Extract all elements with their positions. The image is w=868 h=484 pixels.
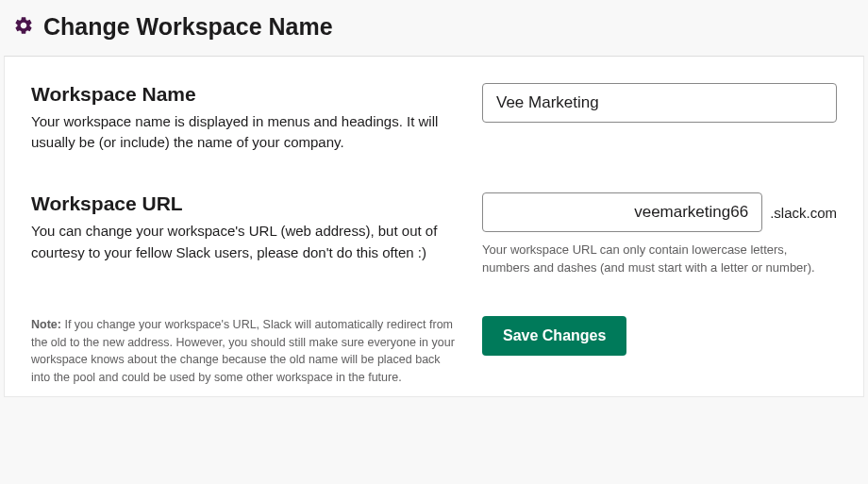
footer-left: Note: If you change your workspace's URL… — [31, 316, 456, 387]
footer-row: Note: If you change your workspace's URL… — [31, 316, 837, 387]
workspace-url-heading: Workspace URL — [31, 192, 456, 215]
note-label: Note: — [31, 318, 61, 331]
note-body: If you change your workspace's URL, Slac… — [31, 318, 455, 384]
save-changes-button[interactable]: Save Changes — [482, 316, 626, 356]
url-suffix: .slack.com — [770, 205, 837, 221]
workspace-name-right — [482, 83, 837, 153]
page-header: Change Workspace Name — [0, 0, 868, 56]
workspace-name-heading: Workspace Name — [31, 83, 456, 106]
workspace-name-description: Your workspace name is displayed in menu… — [31, 111, 456, 153]
workspace-url-right: .slack.com Your workspace URL can only c… — [482, 192, 837, 275]
workspace-name-section: Workspace Name Your workspace name is di… — [31, 83, 837, 153]
workspace-url-section: Workspace URL You can change your worksp… — [31, 192, 837, 275]
url-input-row: .slack.com — [482, 192, 837, 232]
settings-panel: Workspace Name Your workspace name is di… — [4, 56, 864, 397]
workspace-name-input[interactable] — [482, 83, 837, 123]
workspace-name-left: Workspace Name Your workspace name is di… — [31, 83, 456, 153]
workspace-url-left: Workspace URL You can change your worksp… — [31, 192, 456, 275]
workspace-url-input[interactable] — [482, 192, 762, 232]
footer-right: Save Changes — [482, 316, 837, 356]
note-text: Note: If you change your workspace's URL… — [31, 316, 456, 387]
workspace-url-description: You can change your workspace's URL (web… — [31, 221, 456, 262]
url-hint: Your workspace URL can only contain lowe… — [482, 242, 837, 275]
page-title: Change Workspace Name — [43, 13, 333, 41]
gear-icon — [13, 15, 34, 40]
